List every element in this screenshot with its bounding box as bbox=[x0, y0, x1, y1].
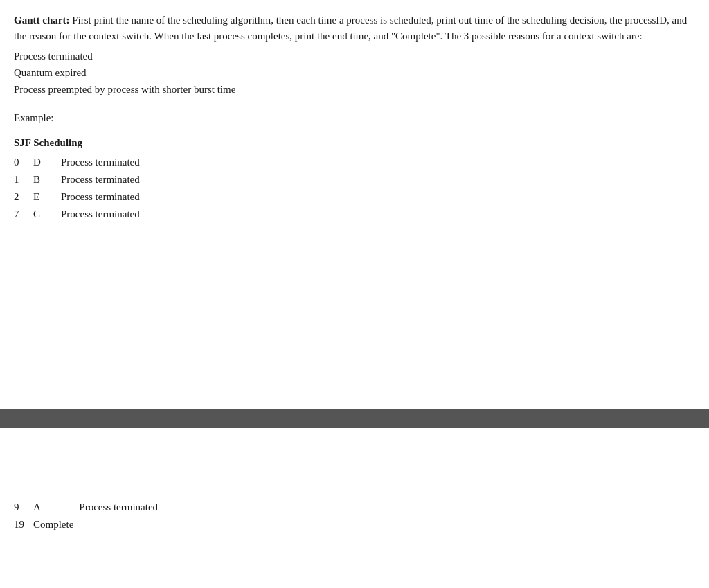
dark-divider bbox=[0, 409, 709, 428]
table-row: 2 E Process terminated bbox=[14, 188, 145, 206]
time-cell: 1 bbox=[14, 171, 33, 188]
schedule-table: 0 D Process terminated 1 B Process termi… bbox=[14, 154, 145, 223]
process-cell: E bbox=[33, 188, 61, 206]
table-row: 7 C Process terminated bbox=[14, 206, 145, 223]
switch-reasons: Process terminated Quantum expired Proce… bbox=[14, 48, 695, 98]
bottom-table: 9 A Process terminated 19 Complete bbox=[14, 499, 163, 533]
time-cell: 7 bbox=[14, 206, 33, 223]
table-row: 19 Complete bbox=[14, 516, 163, 533]
intro-text: First print the name of the scheduling a… bbox=[14, 15, 687, 42]
reason-cell: Process terminated bbox=[79, 499, 163, 516]
time-cell: 2 bbox=[14, 188, 33, 206]
reason-cell: Process terminated bbox=[61, 206, 145, 223]
reason-1: Process terminated bbox=[14, 48, 695, 64]
table-row: 0 D Process terminated bbox=[14, 154, 145, 171]
process-cell: Complete bbox=[33, 516, 79, 533]
reason-2: Quantum expired bbox=[14, 64, 695, 81]
reason-cell: Process terminated bbox=[61, 188, 145, 206]
process-cell: B bbox=[33, 171, 61, 188]
time-cell: 19 bbox=[14, 516, 33, 533]
gantt-title: Gantt chart: bbox=[14, 15, 69, 26]
process-cell: C bbox=[33, 206, 61, 223]
intro-block: Gantt chart: First print the name of the… bbox=[14, 12, 695, 45]
table-row: 1 B Process terminated bbox=[14, 171, 145, 188]
process-cell: A bbox=[33, 499, 79, 516]
sjf-title: SJF Scheduling bbox=[14, 135, 695, 151]
process-cell: D bbox=[33, 154, 61, 171]
reason-3: Process preempted by process with shorte… bbox=[14, 81, 695, 98]
reason-cell bbox=[79, 516, 163, 533]
time-cell: 0 bbox=[14, 154, 33, 171]
time-cell: 9 bbox=[14, 499, 33, 516]
table-row: 9 A Process terminated bbox=[14, 499, 163, 516]
bottom-section: 9 A Process terminated 19 Complete bbox=[14, 499, 163, 533]
example-label: Example: bbox=[14, 110, 695, 126]
reason-cell: Process terminated bbox=[61, 154, 145, 171]
page-content: Gantt chart: First print the name of the… bbox=[0, 0, 709, 223]
reason-cell: Process terminated bbox=[61, 171, 145, 188]
